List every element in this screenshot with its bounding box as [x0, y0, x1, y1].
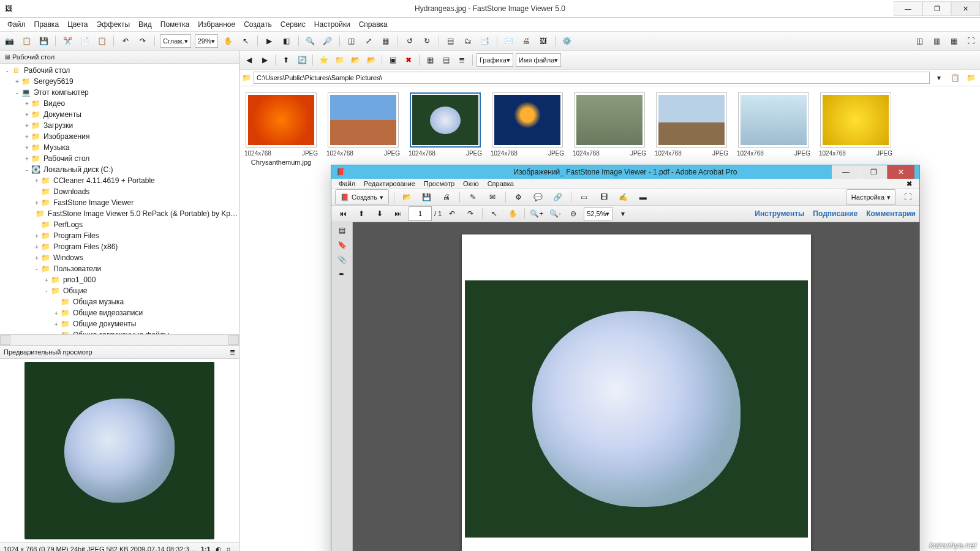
zoom-out-icon[interactable]: 🔎	[321, 34, 334, 48]
acro-marquee-icon[interactable]: ⊖	[565, 206, 581, 222]
acro-history-fwd-icon[interactable]: ↷	[462, 206, 478, 222]
arrow-icon[interactable]: ↖	[239, 34, 252, 48]
path-dropdown-icon[interactable]: ▾	[932, 71, 946, 84]
acro-page-input[interactable]	[409, 206, 432, 221]
expand-icon[interactable]	[33, 189, 40, 195]
acro-zoomout-icon[interactable]: 🔍-	[547, 206, 563, 222]
redo-icon[interactable]: ↷	[136, 34, 149, 48]
layout2-icon[interactable]: ▥	[930, 34, 943, 48]
expand-icon[interactable]: -	[43, 288, 50, 294]
tree-node[interactable]: +📁Program Files	[0, 230, 239, 241]
preview-collapse-icon[interactable]: ≣	[230, 348, 235, 356]
thumb-frame[interactable]	[492, 92, 563, 148]
acro-pages-icon[interactable]: ▤	[339, 226, 345, 234]
tree-node[interactable]: -💽Локальный диск (C:)	[0, 164, 239, 175]
acro-attachments-icon[interactable]: 📎	[337, 255, 347, 264]
expand-icon[interactable]: -	[4, 67, 11, 74]
acro-form-icon[interactable]: ▭	[576, 189, 592, 205]
acro-close-button[interactable]: ✕	[887, 165, 914, 179]
tree-node[interactable]: +📁Windows	[0, 252, 239, 263]
selectall-icon[interactable]: ▣	[386, 53, 399, 67]
acro-sign-link[interactable]: Подписание	[813, 209, 858, 218]
thumbnail[interactable]: 1024x768JPEG	[409, 92, 482, 157]
back-icon[interactable]: ◀	[242, 53, 255, 67]
copy2-icon[interactable]: 📄	[78, 34, 91, 48]
thumbnail[interactable]: 1024x768JPEG	[573, 92, 646, 157]
thumbnail[interactable]: 1024x768JPEGChrysanthemum.jpg	[244, 92, 318, 166]
menu-tag[interactable]: Пометка	[157, 19, 194, 30]
menu-effects[interactable]: Эффекты	[93, 19, 134, 30]
filter-combo[interactable]: Графика ▾	[477, 53, 513, 67]
new-folder-icon[interactable]: 📁	[333, 53, 346, 67]
expand-icon[interactable]: -	[13, 89, 21, 96]
expand-icon[interactable]: +	[23, 133, 31, 140]
menu-create[interactable]: Создать	[240, 19, 276, 30]
acro-sign-icon[interactable]: ✍	[616, 189, 631, 205]
view-thumbs-icon[interactable]: ▦	[423, 53, 437, 67]
expand-icon[interactable]: +	[23, 156, 31, 162]
tree-node[interactable]: +📁Загрузки	[0, 120, 239, 131]
acro-link-icon[interactable]: 🔗	[550, 189, 566, 205]
maximize-button[interactable]: ❐	[922, 1, 951, 16]
email-icon[interactable]: ✉️	[502, 34, 516, 48]
expand-icon[interactable]: +	[33, 233, 40, 239]
tree-node[interactable]: 📁Общие загруженные файлы	[0, 329, 239, 334]
acrobat-window[interactable]: 📕 Изображений_ FastStone Image Viewer - …	[331, 165, 920, 551]
contact-sheet-icon[interactable]: ▤	[444, 34, 458, 48]
acro-menu-file[interactable]: Файл	[335, 179, 359, 189]
menu-tools[interactable]: Сервис	[277, 19, 309, 30]
expand-icon[interactable]: +	[23, 144, 31, 151]
tree-node[interactable]: +📁Sergey5619	[0, 76, 239, 87]
thumbnail[interactable]: 1024x768JPEG	[491, 92, 564, 157]
expand-icon[interactable]: -	[23, 167, 31, 173]
expand-icon[interactable]	[53, 299, 60, 305]
acro-gear-icon[interactable]: ⚙	[511, 189, 527, 205]
acro-bookmarks-icon[interactable]: 🔖	[337, 241, 347, 249]
path-input[interactable]	[254, 72, 930, 84]
strip-icon[interactable]: 📑	[478, 34, 492, 48]
tree-scrollbar[interactable]	[0, 334, 239, 345]
thumb-frame[interactable]	[328, 92, 399, 148]
acro-reading-mode-icon[interactable]: ⛶	[900, 189, 916, 205]
thumb-frame[interactable]	[246, 92, 317, 148]
copy-icon[interactable]: 📋	[20, 34, 33, 48]
rotate-left-icon[interactable]: ↺	[403, 34, 417, 48]
acro-menu-edit[interactable]: Редактирование	[360, 179, 419, 189]
tree-node[interactable]: +📁Видео	[0, 98, 239, 109]
menu-favorites[interactable]: Избранное	[194, 19, 239, 30]
tree-node[interactable]: -💻Этот компьютер	[0, 87, 239, 98]
minimize-button[interactable]: —	[894, 1, 922, 16]
menu-view[interactable]: Вид	[135, 19, 156, 30]
zoom-combo[interactable]: 29% ▾	[195, 34, 218, 48]
expand-icon[interactable]: +	[33, 200, 40, 206]
menu-file[interactable]: Файл	[4, 19, 29, 30]
thumb-frame[interactable]	[820, 92, 891, 148]
expand-icon[interactable]: +	[43, 277, 50, 283]
slideshow-icon[interactable]: ▶	[263, 34, 276, 48]
smooth-combo[interactable]: Сглаж. ▾	[160, 34, 191, 48]
tree-node[interactable]: +📁FastStone Image Viewer	[0, 197, 239, 208]
view-detail-icon[interactable]: ≣	[455, 53, 469, 67]
expand-icon[interactable]: +	[13, 78, 21, 85]
delete-icon[interactable]: ✖	[402, 53, 415, 67]
tree-node[interactable]: -🖥Рабочий стол	[0, 65, 239, 76]
fav-icon[interactable]: ⭐	[317, 53, 330, 67]
acquire-icon[interactable]: 📷	[2, 34, 16, 48]
expand-icon[interactable]: -	[33, 266, 40, 272]
close-button[interactable]: ✕	[951, 1, 980, 16]
acro-customize-button[interactable]: Настройка ▾	[846, 189, 896, 205]
hand-icon[interactable]: ✋	[222, 34, 235, 48]
tree-node[interactable]: +📁prio1_000	[0, 274, 239, 285]
acro-select-icon[interactable]: ↖	[486, 206, 502, 222]
acro-save-icon[interactable]: 💾	[419, 189, 435, 205]
preview-image[interactable]	[24, 362, 214, 539]
acro-create-button[interactable]: 📕 Создать ▾	[335, 189, 389, 205]
rotate-right-icon[interactable]: ↻	[420, 34, 434, 48]
paste-icon[interactable]: 📋	[95, 34, 108, 48]
expand-icon[interactable]: +	[53, 310, 60, 317]
sort-combo[interactable]: Имя файла ▾	[516, 53, 561, 67]
acro-comment-icon[interactable]: 💬	[530, 189, 546, 205]
expand-icon[interactable]	[33, 222, 40, 228]
acrobat-canvas[interactable]	[353, 222, 919, 551]
thumbnail[interactable]: 1024x768JPEG	[655, 92, 728, 157]
